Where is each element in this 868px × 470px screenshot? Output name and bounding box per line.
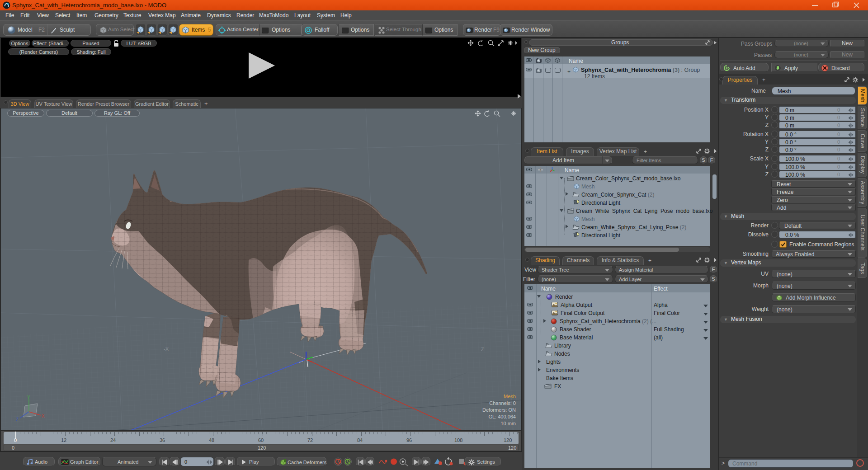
svg-text:Z: Z: [16, 417, 19, 422]
svg-text:Y: Y: [27, 395, 30, 400]
svg-text:X: X: [42, 414, 45, 418]
